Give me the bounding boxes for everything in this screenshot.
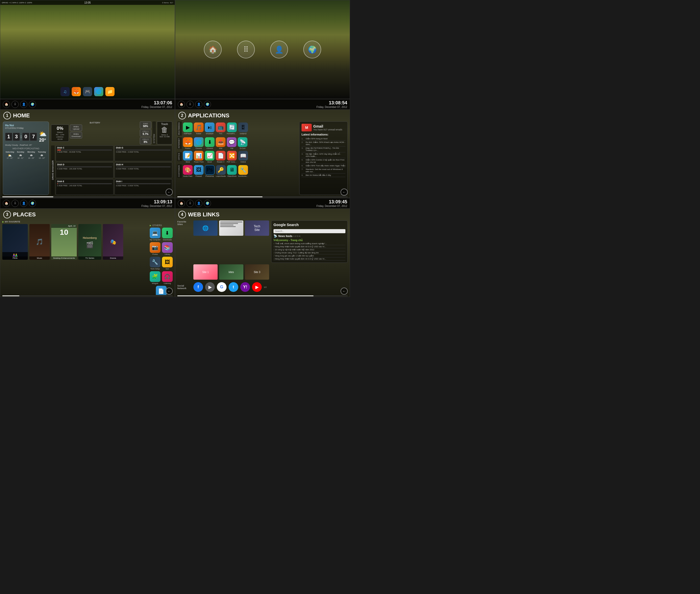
web-thumb-3[interactable]: Site 3 <box>245 264 269 279</box>
weather-date: 07/12/2012 Friday <box>5 127 47 129</box>
resource-boxes-col: RAM 58% CPU 1 9.7% CPU 2 8% <box>140 122 151 144</box>
powerpoint-icon[interactable]: 📊 Power Point <box>194 151 204 163</box>
nav-globe-icon[interactable]: 🌍 <box>29 101 36 108</box>
weblinks-nav-globe[interactable]: 🌍 <box>204 200 211 207</box>
documents-item[interactable]: 📄 Documents <box>156 286 167 295</box>
home-circle-icon[interactable]: 🏠 <box>204 40 222 59</box>
places-back-button[interactable]: ← <box>166 288 173 295</box>
places-nav-apps[interactable]: ⠿ <box>11 200 19 207</box>
icon-label: Icon <box>166 268 169 270</box>
game-dock-icon[interactable]: 🎮 <box>83 87 92 96</box>
library-item[interactable]: 📚 Library <box>162 242 173 255</box>
places-scrollbar[interactable] <box>2 295 173 296</box>
places-nav-person[interactable]: 👤 <box>20 200 27 207</box>
music-dock-icon[interactable]: ♫ <box>61 87 70 96</box>
idm-icon[interactable]: 📥 IDM <box>216 137 226 149</box>
coolpro-icon[interactable]: 🎛 coolpro2 <box>238 123 248 134</box>
yim-icon[interactable]: 💬 YIM <box>227 137 236 149</box>
drama-thumb[interactable]: 🎭 Drama <box>103 224 123 260</box>
utorrent-icon[interactable]: ⬇ uTorrent <box>205 137 214 149</box>
foobar-icon[interactable]: 🎵 foobar <box>194 123 204 134</box>
photos-item[interactable]: 📷 Photos <box>150 242 161 255</box>
apps-back-button[interactable]: ← <box>340 189 348 196</box>
objectdock-icon[interactable]: 🖥 ObjectDock <box>227 165 237 177</box>
ram-box: RAM 58% <box>140 122 151 129</box>
internet-circle-icon[interactable]: 🌍 <box>303 40 321 59</box>
photoshop-icon[interactable]: Ps Photoshop <box>205 165 214 177</box>
multimedia-category: MULTIMEDIA ▶ KMPlayer 🎵 foobar ⏯ wmplaye… <box>177 122 297 136</box>
calendar-thumb[interactable]: April, 10 10 Desktop Enhancements <box>51 224 77 260</box>
widgets-item[interactable]: 🧩 Widgets <box>150 271 161 284</box>
desktop-clock: 13:05 <box>84 1 91 4</box>
nav-person-icon[interactable]: 👤 <box>20 101 27 108</box>
office-icons: 📝 Word 📊 Power Point 📈 Excel 📄 Reader X <box>183 151 248 163</box>
disk-d: Disk D 0.1GB FREE - 100.2GB TOTAL <box>56 162 113 178</box>
films-thumb[interactable]: 👫 Films <box>2 224 28 260</box>
fav-site-2[interactable] <box>219 221 243 236</box>
tvseries-thumb[interactable]: Heisenberg 🎬 TV Series <box>78 224 101 260</box>
picasa-icon[interactable]: 🖼 Picasa3 <box>194 165 204 177</box>
logonstudio-icon[interactable]: 🔑 LogonStudio <box>216 165 226 177</box>
gustopack-icon[interactable]: 🎨 Gusto Pack <box>183 165 193 177</box>
social-row: Social Network f ▶ G t Y! ▶ 1/2 <box>177 282 348 292</box>
icon-item[interactable]: 🖼 Icon <box>162 257 173 270</box>
web-thumb-1[interactable]: Site 1 <box>193 264 218 279</box>
home-scrollbar[interactable] <box>2 196 173 197</box>
web-thumb-2[interactable]: kites <box>219 264 243 279</box>
mycomputer-item[interactable]: 💻 My Computer <box>150 228 161 241</box>
films-label: Films <box>2 257 28 260</box>
apps-nav-person[interactable]: 👤 <box>195 101 202 108</box>
weblinks-nav-person[interactable]: 👤 <box>195 200 202 207</box>
nav-apps-icon[interactable]: ⠿ <box>11 101 19 108</box>
dcom-icon[interactable]: 📡 D-Com <box>238 137 247 149</box>
news-item-2: 2.Du lịch: Giảm: 50% Khách sạn Arles HCM… <box>302 141 345 146</box>
firefox-app-icon[interactable]: 🦊 Firefox <box>183 137 193 149</box>
listening-item[interactable]: 🎧 Listening <box>162 271 173 284</box>
arrow-social-icon[interactable]: ▶ <box>205 282 215 292</box>
chrome-dock-icon[interactable]: 🌐 <box>94 87 103 96</box>
chrome-app-icon[interactable]: 🌐 Chrome <box>194 137 204 149</box>
yahoo-social-icon[interactable]: Y! <box>240 282 250 292</box>
places-nav-home[interactable]: 🏠 <box>3 200 10 207</box>
apps-nav-globe[interactable]: 🌍 <box>204 101 211 108</box>
hour-digit1: 1 <box>5 133 12 141</box>
word-icon[interactable]: 📝 Word <box>183 151 193 163</box>
downloads-item[interactable]: ⬇ Downloads <box>162 228 173 241</box>
twitter-social-icon[interactable]: t <box>229 282 238 292</box>
home-back-button[interactable]: ← <box>166 189 173 196</box>
contacts-circle-icon[interactable]: 👤 <box>270 40 288 59</box>
kmplayer-icon[interactable]: ▶ KMPlayer <box>183 123 193 134</box>
places-nav-globe[interactable]: 🌍 <box>29 200 36 207</box>
weblinks-nav-apps[interactable]: ⠿ <box>187 200 194 207</box>
apps-scrollbar[interactable] <box>177 196 348 197</box>
apps-circle-icon[interactable]: ⠿ <box>237 40 255 59</box>
google-social-icon[interactable]: G <box>217 282 227 292</box>
listening-label: Listening <box>164 283 171 284</box>
excel-icon[interactable]: 📈 Excel <box>205 151 214 163</box>
nav-home-icon[interactable]: 🏠 <box>3 101 10 108</box>
apps-nav-apps[interactable]: ⠿ <box>187 101 194 108</box>
music-thumb[interactable]: 🎵 Music <box>29 224 50 260</box>
status-value: AC - Line <box>53 133 67 136</box>
youtube-social-icon[interactable]: ▶ <box>252 282 262 292</box>
drama-label: Drama <box>103 257 123 260</box>
facebook-social-icon[interactable]: f <box>193 282 203 292</box>
apps-nav-home[interactable]: 🏠 <box>178 101 185 108</box>
weblinks-scrollbar[interactable] <box>177 295 348 296</box>
weblinks-back-button[interactable]: ← <box>340 288 348 295</box>
tools-item[interactable]: 🔧 Tools Setup <box>150 257 161 270</box>
pdf-converter-icon[interactable]: 🔀 PDF Converter <box>227 151 237 163</box>
formatfactory-icon[interactable]: 🔄 FormatFactory <box>227 123 237 134</box>
wmplayer-icon[interactable]: ⏯ wmplayer <box>205 123 214 134</box>
folder-dock-icon[interactable]: 📁 <box>105 87 114 96</box>
trash-label: Trash <box>158 123 171 126</box>
weblinks-nav-home[interactable]: 🏠 <box>178 200 185 207</box>
fav-site-3[interactable]: TechSite <box>245 221 269 236</box>
tvc-icon[interactable]: 📺 TVC <box>216 123 226 134</box>
oxford-icon[interactable]: 📖 Oxford <box>238 151 248 163</box>
firefox-dock-icon[interactable]: 🦊 <box>72 87 81 96</box>
google-search-input[interactable] <box>273 229 345 233</box>
iconworkshop-icon[interactable]: 🔧 IconWorkshop <box>238 165 248 177</box>
readerx-icon[interactable]: 📄 Reader X <box>216 151 226 163</box>
fav-site-1[interactable]: 🌐 <box>193 221 218 236</box>
